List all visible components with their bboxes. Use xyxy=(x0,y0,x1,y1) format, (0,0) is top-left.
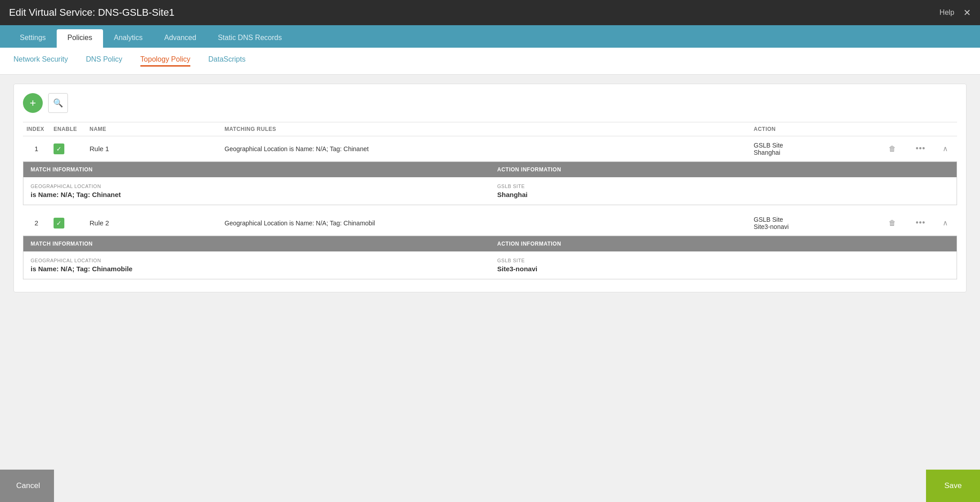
rule-collapse-1[interactable]: ∧ xyxy=(939,144,957,153)
rule-enable-1[interactable]: ✓ xyxy=(50,143,86,154)
rule-name-2: Rule 2 xyxy=(86,219,221,227)
more-icon[interactable]: ••• xyxy=(916,144,926,153)
footer: Cancel Save xyxy=(0,470,980,502)
delete-icon[interactable]: 🗑 xyxy=(889,219,896,227)
action-info-body-1: GSLB SITE Shanghai xyxy=(490,177,957,205)
tab-advanced[interactable]: Advanced xyxy=(153,29,207,48)
rule-more-1[interactable]: ••• xyxy=(912,144,939,153)
tab-policies[interactable]: Policies xyxy=(57,29,103,48)
rule-action-line2-1: Shanghai xyxy=(754,149,881,156)
subnav-dns-policy[interactable]: DNS Policy xyxy=(86,55,122,67)
action-info-header-2: ACTION INFORMATION xyxy=(490,236,957,251)
action-info-panel-2: ACTION INFORMATION GSLB SITE Site3-nonav… xyxy=(490,236,957,279)
rule-enable-2[interactable]: ✓ xyxy=(50,218,86,229)
col-matching-rules: MATCHING RULES xyxy=(221,126,750,132)
rule-matching-1: Geographical Location is Name: N/A; Tag:… xyxy=(221,145,750,152)
add-rule-button[interactable]: + xyxy=(23,93,43,113)
info-panels-2: MATCH INFORMATION GEOGRAPHICAL LOCATION … xyxy=(23,236,957,279)
rule-action-2: GSLB Site Site3-nonavi xyxy=(750,216,885,230)
tab-bar: Settings Policies Analytics Advanced Sta… xyxy=(0,25,980,48)
delete-icon[interactable]: 🗑 xyxy=(889,145,896,152)
col-more xyxy=(912,126,939,132)
subnav-datascripts[interactable]: DataScripts xyxy=(208,55,246,67)
col-name: NAME xyxy=(86,126,221,132)
col-enable: ENABLE xyxy=(50,126,86,132)
action-info-panel-1: ACTION INFORMATION GSLB SITE Shanghai xyxy=(490,162,957,205)
match-info-header-1: MATCH INFORMATION xyxy=(23,162,490,177)
sub-nav: Network Security DNS Policy Topology Pol… xyxy=(0,48,980,75)
cancel-button[interactable]: Cancel xyxy=(0,470,54,502)
page-title: Edit Virtual Service: DNS-GSLB-Site1 xyxy=(9,7,175,18)
toolbar: + 🔍 xyxy=(23,93,957,113)
table-row: 2 ✓ Rule 2 Geographical Location is Name… xyxy=(23,211,957,236)
rule-section-1: 1 ✓ Rule 1 Geographical Location is Name… xyxy=(23,136,957,205)
table-header: INDEX ENABLE NAME MATCHING RULES ACTION xyxy=(23,122,957,136)
gslb-value-1: Shanghai xyxy=(497,191,949,198)
rule-matching-2: Geographical Location is Name: N/A; Tag:… xyxy=(221,220,750,227)
match-info-body-1: GEOGRAPHICAL LOCATION is Name: N/A; Tag:… xyxy=(23,177,490,205)
rule-index-1: 1 xyxy=(23,145,50,152)
geo-value-1: is Name: N/A; Tag: Chinanet xyxy=(31,191,483,198)
tab-analytics[interactable]: Analytics xyxy=(103,29,153,48)
rule-delete-2[interactable]: 🗑 xyxy=(885,219,912,227)
rule-section-2: 2 ✓ Rule 2 Geographical Location is Name… xyxy=(23,211,957,279)
rule-name-1: Rule 1 xyxy=(86,145,221,152)
col-collapse xyxy=(939,126,957,132)
gslb-value-2: Site3-nonavi xyxy=(497,265,949,273)
info-panels-1: MATCH INFORMATION GEOGRAPHICAL LOCATION … xyxy=(23,161,957,205)
match-info-header-2: MATCH INFORMATION xyxy=(23,236,490,251)
checkbox-1[interactable]: ✓ xyxy=(54,143,64,154)
collapse-icon[interactable]: ∧ xyxy=(943,145,948,152)
rule-index-2: 2 xyxy=(23,219,50,227)
action-info-header-1: ACTION INFORMATION xyxy=(490,162,957,177)
match-info-panel-1: MATCH INFORMATION GEOGRAPHICAL LOCATION … xyxy=(23,162,490,205)
subnav-topology-policy[interactable]: Topology Policy xyxy=(140,55,190,67)
rule-more-2[interactable]: ••• xyxy=(912,218,939,228)
geo-label-1: GEOGRAPHICAL LOCATION xyxy=(31,184,483,189)
title-bar-actions: Help ✕ xyxy=(940,7,971,18)
search-icon: 🔍 xyxy=(53,98,63,108)
gslb-label-1: GSLB SITE xyxy=(497,184,949,189)
main-content: + 🔍 INDEX ENABLE NAME MATCHING RULES ACT… xyxy=(13,84,967,292)
col-delete xyxy=(885,126,912,132)
table-row: 1 ✓ Rule 1 Geographical Location is Name… xyxy=(23,136,957,161)
gslb-label-2: GSLB SITE xyxy=(497,258,949,263)
rule-action-line1-2: GSLB Site xyxy=(754,216,881,223)
search-button[interactable]: 🔍 xyxy=(48,93,68,113)
match-info-panel-2: MATCH INFORMATION GEOGRAPHICAL LOCATION … xyxy=(23,236,490,279)
title-bar: Edit Virtual Service: DNS-GSLB-Site1 Hel… xyxy=(0,0,980,25)
rule-collapse-2[interactable]: ∧ xyxy=(939,219,957,227)
tab-settings[interactable]: Settings xyxy=(9,29,57,48)
col-action: ACTION xyxy=(750,126,885,132)
collapse-icon[interactable]: ∧ xyxy=(943,219,948,227)
geo-value-2: is Name: N/A; Tag: Chinamobile xyxy=(31,265,483,273)
checkbox-2[interactable]: ✓ xyxy=(54,218,64,229)
close-button[interactable]: ✕ xyxy=(963,7,971,18)
rule-delete-1[interactable]: 🗑 xyxy=(885,145,912,153)
rule-action-line2-2: Site3-nonavi xyxy=(754,223,881,230)
rule-action-1: GSLB Site Shanghai xyxy=(750,142,885,156)
help-link[interactable]: Help xyxy=(940,9,954,17)
rule-action-line1-1: GSLB Site xyxy=(754,142,881,149)
more-icon[interactable]: ••• xyxy=(916,218,926,227)
tab-staticdns[interactable]: Static DNS Records xyxy=(207,29,292,48)
match-info-body-2: GEOGRAPHICAL LOCATION is Name: N/A; Tag:… xyxy=(23,251,490,279)
subnav-network-security[interactable]: Network Security xyxy=(13,55,68,67)
action-info-body-2: GSLB SITE Site3-nonavi xyxy=(490,251,957,279)
save-button[interactable]: Save xyxy=(926,470,980,502)
geo-label-2: GEOGRAPHICAL LOCATION xyxy=(31,258,483,263)
col-index: INDEX xyxy=(23,126,50,132)
